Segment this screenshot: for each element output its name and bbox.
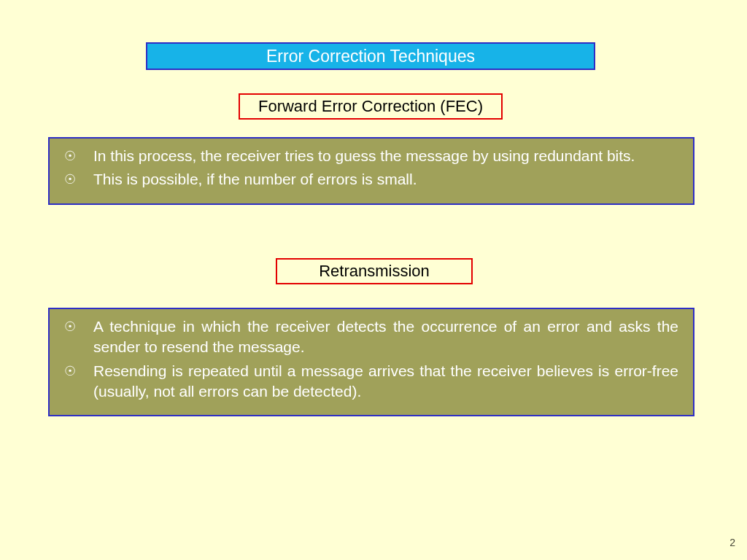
content-box-retransmission: ☉ A technique in which the receiver dete… [48,308,694,416]
list-item: ☉ In this process, the receiver tries to… [64,146,678,166]
bullet-icon: ☉ [64,361,93,402]
bullet-icon: ☉ [64,316,93,358]
bullet-icon: ☉ [64,146,93,166]
bullet-text: This is possible, if the number of error… [93,169,678,190]
bullet-text: Resending is repeated until a message ar… [93,361,678,402]
main-title: Error Correction Techniques [146,42,595,70]
list-item: ☉ Resending is repeated until a message … [64,361,678,402]
section-heading-retransmission: Retransmission [276,258,473,284]
list-item: ☉ A technique in which the receiver dete… [64,316,678,358]
list-item: ☉ This is possible, if the number of err… [64,169,678,190]
bullet-text: A technique in which the receiver detect… [93,316,678,358]
section-heading-fec: Forward Error Correction (FEC) [239,93,503,120]
bullet-text: In this process, the receiver tries to g… [93,146,678,166]
page-number: 2 [729,537,735,548]
bullet-icon: ☉ [64,169,93,190]
content-box-fec: ☉ In this process, the receiver tries to… [48,137,694,205]
